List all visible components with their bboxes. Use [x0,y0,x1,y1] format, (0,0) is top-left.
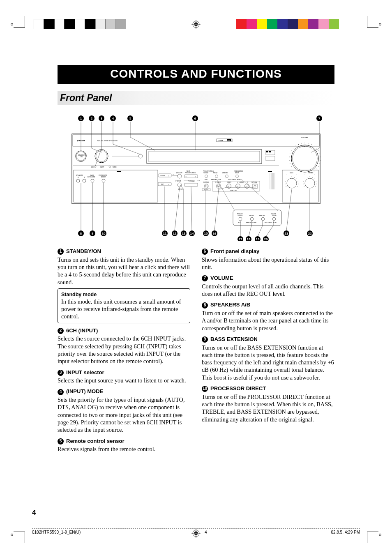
svg-point-170 [298,184,298,184]
svg-text:R: R [247,182,249,183]
crop-mark [14,532,25,532]
svg-text:MODE: MODE [235,172,239,174]
svg-point-58 [320,163,320,164]
svg-text:OPTICAL: OPTICAL [251,182,257,183]
svg-point-81 [83,179,86,182]
svg-point-156 [305,178,315,188]
registration-dot [11,23,13,25]
svg-point-167 [294,177,295,177]
svg-point-114 [205,175,208,178]
svg-point-161 [286,187,286,187]
registration-mark [191,20,201,30]
svg-text:◁: ◁ [173,174,174,175]
svg-rect-33 [266,151,268,152]
svg-text:18: 18 [247,237,251,241]
svg-point-168 [296,179,297,179]
svg-text:6CH: 6CH [91,166,94,168]
item-body: Controls the output level of all audio c… [202,283,334,298]
crop-mark [367,532,378,532]
svg-point-24 [95,150,108,163]
svg-point-55 [320,154,320,154]
svg-point-39 [291,166,291,166]
svg-point-145 [254,185,256,187]
svg-point-25 [96,151,107,162]
svg-rect-34 [269,151,271,152]
svg-text:FM/AM: FM/AM [249,215,254,216]
callout-number-icon: 4 [58,389,64,395]
svg-text:–: – [286,174,287,175]
item-body: Receives signals from the remote control… [58,445,190,453]
svg-point-181 [316,184,316,184]
item-heading: 5Remote control sensor [58,438,190,445]
svg-point-42 [289,157,290,157]
svg-text:/ ON: / ON [80,156,83,158]
svg-text:20: 20 [264,237,268,241]
callout-number-icon: 5 [58,438,64,444]
svg-rect-30 [149,151,260,162]
svg-line-228 [258,226,263,237]
item-heading: 4(INPUT) MODE [58,388,190,395]
svg-text:▷: ▷ [195,176,196,177]
svg-point-50 [308,143,308,143]
svg-text:11: 11 [163,232,167,235]
svg-rect-69 [74,170,158,202]
right-column: 6Front panel displayShows information ab… [202,248,334,453]
callout-number-icon: 9 [202,336,208,343]
svg-point-36 [291,145,318,172]
item-heading: 1STANDBY/ON [58,248,190,255]
svg-point-140 [238,186,238,187]
registration-dot [379,23,381,25]
svg-point-155 [287,178,297,188]
svg-text:A: A [78,177,79,178]
svg-line-221 [214,189,219,230]
item-body: Turns on or off the BASS EXTENSION funct… [202,344,334,381]
svg-text:MODE: MODE [272,215,277,216]
svg-point-41 [289,160,290,160]
info-box: Standby modeIn this mode, this unit cons… [58,288,190,323]
svg-text:VIDEO AUX: VIDEO AUX [230,190,238,191]
svg-text:1: 1 [80,117,82,120]
registration-dot [11,534,13,536]
svg-point-178 [312,177,313,177]
item-body: Turns on or off the PROCESSOR DIRECT fun… [202,393,334,423]
svg-point-65 [95,166,96,168]
svg-text:SPEAKERS: SPEAKERS [76,175,83,176]
svg-text:DSP: DSP [161,184,164,185]
svg-text:+: + [314,174,315,175]
svg-text:6: 6 [194,117,196,120]
svg-rect-87 [158,182,171,186]
svg-point-165 [289,177,289,177]
footer-date: 02.8.5, 4:29 PM [331,530,360,534]
svg-point-27 [138,154,143,158]
svg-text:7: 7 [318,117,321,120]
svg-line-232 [286,189,292,230]
svg-point-137 [228,186,229,187]
svg-point-49 [304,143,305,143]
svg-text:5: 5 [129,117,131,120]
item-heading: 7VOLUME [202,275,334,282]
footer-file: 0102HTR5590_1-9_EN(U) [32,530,81,534]
svg-text:AUTO/MAN'L MONO: AUTO/MAN'L MONO [228,179,241,180]
svg-point-115 [215,175,218,178]
svg-text:DSP: DSP [228,140,231,141]
svg-point-51 [311,144,311,145]
svg-text:VOLUME: VOLUME [301,136,308,138]
svg-text:◁: ◁ [184,180,185,181]
item-heading: 26CH (INPUT) [58,327,190,334]
svg-line-219 [191,187,192,230]
svg-point-179 [314,179,315,179]
callout-number-icon: 10 [202,386,208,392]
svg-rect-106 [184,183,198,187]
footer-page: 4 [205,530,207,534]
svg-point-166 [292,177,292,177]
svg-text:21: 21 [285,232,288,235]
crop-mark [367,16,367,28]
item-heading: 6Front panel display [202,248,334,255]
callout-number-icon: 8 [202,302,208,309]
svg-text:STEREO: STEREO [175,180,181,182]
crop-mark [367,27,378,28]
svg-text:CINEMA: CINEMA [218,140,223,142]
svg-text:NATURAL SOUND  AV RECEIVER: NATURAL SOUND AV RECEIVER [97,140,118,142]
svg-point-48 [301,143,302,143]
svg-text:▷: ▷ [168,184,169,185]
